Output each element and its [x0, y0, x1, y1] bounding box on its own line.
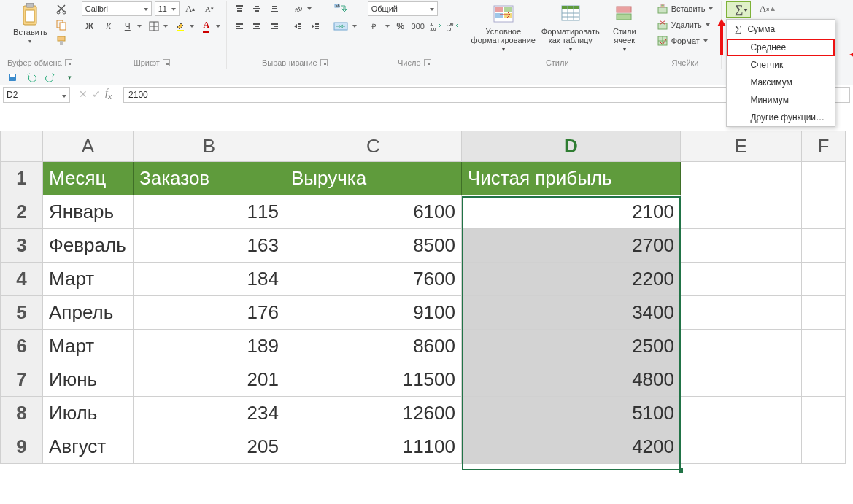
fill-color-dropdown[interactable] — [188, 19, 196, 34]
merge-dropdown[interactable] — [351, 19, 358, 34]
font-family-select[interactable]: Calibri — [82, 1, 152, 16]
cell[interactable] — [681, 330, 802, 363]
cell[interactable]: 11500 — [285, 363, 462, 397]
cell[interactable] — [802, 296, 846, 330]
name-box[interactable]: D2 — [3, 87, 70, 103]
cell[interactable]: 2200 — [462, 263, 681, 296]
increase-indent-button[interactable] — [307, 19, 323, 34]
cell[interactable]: 2500 — [462, 330, 681, 363]
accounting-dropdown[interactable] — [384, 19, 391, 34]
cell[interactable]: Выручка — [285, 162, 462, 195]
row-header[interactable]: 9 — [1, 430, 43, 464]
cell[interactable] — [802, 162, 846, 195]
cell[interactable]: 201 — [134, 363, 285, 397]
row-header[interactable]: 7 — [1, 363, 43, 397]
cell[interactable]: Март — [43, 330, 134, 363]
cell[interactable]: Июль — [43, 397, 134, 430]
align-left-button[interactable] — [231, 19, 247, 34]
decrease-font-button[interactable]: A▾ — [201, 1, 217, 16]
cell[interactable]: Апрель — [43, 296, 134, 330]
chevron-down-icon[interactable] — [708, 7, 714, 10]
autosum-menu-sum[interactable]: ∑ Сумма — [727, 20, 835, 39]
cell[interactable] — [802, 229, 846, 263]
merge-cells-button[interactable] — [331, 19, 351, 34]
align-middle-button[interactable] — [249, 1, 265, 16]
cell[interactable] — [681, 430, 802, 464]
cut-button[interactable] — [53, 1, 69, 16]
cell[interactable] — [681, 162, 802, 195]
wrap-text-button[interactable]: ab — [331, 1, 351, 16]
cell[interactable] — [802, 430, 846, 464]
align-center-button[interactable] — [249, 19, 265, 34]
align-right-button[interactable] — [266, 19, 282, 34]
align-top-button[interactable] — [231, 1, 247, 16]
dialog-launcher-icon[interactable] — [65, 59, 72, 66]
percent-format-button[interactable]: % — [393, 19, 409, 34]
format-painter-button[interactable] — [53, 34, 69, 48]
cell[interactable]: 205 — [134, 430, 285, 464]
font-color-button[interactable]: A — [198, 19, 215, 34]
cell[interactable] — [681, 397, 802, 430]
cell[interactable]: 7600 — [285, 263, 462, 296]
italic-button[interactable]: К — [101, 19, 117, 34]
cell-styles-button[interactable]: Стили ячеек▾ — [605, 1, 644, 54]
cell[interactable]: Заказов — [134, 162, 285, 195]
cell[interactable] — [681, 263, 802, 296]
cell[interactable]: 9100 — [285, 296, 462, 330]
row-header[interactable]: 8 — [1, 397, 43, 430]
conditional-formatting-button[interactable]: Условное форматирование▾ — [471, 1, 536, 54]
decrease-decimal-button[interactable]: ,00,0 — [445, 19, 461, 34]
cell[interactable]: 12600 — [285, 397, 462, 430]
col-header-A[interactable]: A — [43, 131, 134, 162]
row-header-1[interactable]: 1 — [1, 162, 43, 195]
sort-filter-button[interactable]: Aя — [758, 1, 777, 16]
accounting-format-button[interactable]: ₽ — [368, 19, 384, 34]
number-format-select[interactable]: Общий — [368, 1, 438, 16]
enter-formula-button[interactable]: ✓ — [92, 88, 101, 100]
cell[interactable] — [681, 363, 802, 397]
col-header-F[interactable]: F — [802, 131, 846, 162]
format-cells-button[interactable]: Формат — [654, 34, 717, 48]
autosum-button[interactable]: ∑ — [726, 1, 751, 18]
row-header[interactable]: 2 — [1, 195, 43, 229]
row-header[interactable]: 6 — [1, 330, 43, 363]
cell-active[interactable]: 2100 — [462, 195, 681, 229]
col-header-B[interactable]: B — [134, 131, 285, 162]
dialog-launcher-icon[interactable] — [163, 59, 170, 66]
autosum-menu-min[interactable]: Минимум — [727, 91, 835, 109]
autosum-menu-average[interactable]: Среднее — [727, 39, 835, 56]
fill-handle[interactable] — [679, 468, 683, 473]
insert-cells-button[interactable]: + Вставить — [654, 1, 717, 16]
cell[interactable]: 8500 — [285, 229, 462, 263]
cell[interactable]: 234 — [134, 397, 285, 430]
cell[interactable] — [802, 195, 846, 229]
worksheet-grid[interactable]: A B C D E F 1 Месяц Заказов Выручка Чист… — [0, 131, 853, 464]
align-bottom-button[interactable] — [266, 1, 282, 16]
cell[interactable] — [802, 330, 846, 363]
qat-redo-button[interactable] — [42, 70, 58, 85]
format-as-table-button[interactable]: Форматировать как таблицу▾ — [539, 1, 602, 54]
cell[interactable]: 115 — [134, 195, 285, 229]
row-header[interactable]: 3 — [1, 229, 43, 263]
qat-undo-button[interactable] — [23, 70, 39, 85]
cell[interactable]: 6100 — [285, 195, 462, 229]
col-header-E[interactable]: E — [681, 131, 802, 162]
chevron-down-icon[interactable] — [703, 39, 709, 42]
borders-button[interactable] — [146, 19, 162, 34]
cell[interactable]: Август — [43, 430, 134, 464]
qat-save-button[interactable] — [4, 70, 20, 85]
borders-dropdown[interactable] — [162, 19, 169, 34]
cell[interactable] — [802, 363, 846, 397]
cell[interactable]: 3400 — [462, 296, 681, 330]
font-size-select[interactable]: 11 — [155, 1, 180, 16]
chevron-down-icon[interactable] — [705, 23, 711, 26]
cell[interactable] — [681, 229, 802, 263]
autosum-menu-count[interactable]: Счетчик — [727, 56, 835, 74]
cell[interactable]: 176 — [134, 296, 285, 330]
dialog-launcher-icon[interactable] — [424, 59, 431, 66]
autosum-menu-more[interactable]: Другие функции… — [727, 109, 835, 126]
underline-dropdown[interactable] — [136, 19, 143, 34]
cell[interactable] — [802, 397, 846, 430]
cell[interactable]: Февраль — [43, 229, 134, 263]
cell[interactable]: 8600 — [285, 330, 462, 363]
